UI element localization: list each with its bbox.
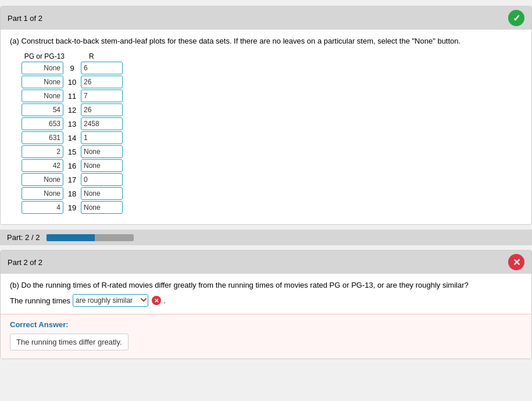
stem-number: 17 [63, 176, 81, 184]
main-container: Part 1 of 2 ✓ (a) Construct back-to-back… [0, 6, 532, 359]
stem-row: 9 [22, 62, 522, 74]
stem-row: 15 [22, 145, 522, 158]
correct-answer-section: Correct Answer: The running times differ… [1, 314, 531, 359]
leaf-input-left[interactable] [22, 103, 63, 116]
part2-bar-label: Part: 2 / 2 [7, 233, 40, 242]
answer-prefix: The running times [10, 296, 70, 305]
stem-row: 13 [22, 117, 522, 130]
part2-progress-fill [47, 234, 95, 241]
stem-row: 12 [22, 103, 522, 116]
leaf-input-right[interactable] [81, 187, 123, 200]
leaf-input-left[interactable] [22, 201, 63, 214]
correct-answer-label: Correct Answer: [10, 320, 522, 329]
leaf-input-right[interactable] [81, 131, 123, 144]
stem-number: 10 [63, 78, 81, 87]
correct-answer-box: The running times differ greatly. [10, 334, 128, 350]
part2-header-label: Part 2 of 2 [8, 258, 42, 267]
leaf-input-right[interactable] [81, 201, 123, 214]
leaf-input-right[interactable] [81, 103, 123, 116]
leaf-input-right[interactable] [81, 62, 123, 74]
stem-row: 17 [22, 173, 522, 186]
leaf-input-right[interactable] [81, 145, 123, 158]
stem-number: 14 [63, 134, 81, 142]
leaf-input-left[interactable] [22, 76, 63, 88]
part1-check-icon: ✓ [508, 10, 524, 26]
leaf-input-right[interactable] [81, 76, 123, 88]
col-header-right: R [85, 52, 132, 60]
stem-row: 10 [22, 76, 522, 88]
stem-row: 16 [22, 159, 522, 172]
answer-x-badge: ✕ [152, 296, 161, 305]
stem-number: 9 [63, 64, 81, 73]
part1-content: (a) Construct back-to-back stem-and-leaf… [1, 30, 531, 224]
stem-leaf-plot: PG or PG-13 R 910111213141516171819 [22, 52, 522, 215]
leaf-input-right[interactable] [81, 117, 123, 130]
stem-number: 19 [63, 203, 81, 212]
leaf-input-left[interactable] [22, 187, 63, 200]
leaf-input-left[interactable] [22, 62, 63, 74]
stem-rows-container: 910111213141516171819 [22, 62, 522, 215]
leaf-input-right[interactable] [81, 159, 123, 172]
leaf-input-left[interactable] [22, 131, 63, 144]
leaf-input-right[interactable] [81, 173, 123, 186]
stem-number: 12 [63, 106, 81, 114]
part2-section: Part 2 of 2 ✕ (b) Do the running times o… [0, 250, 532, 359]
leaf-input-left[interactable] [22, 145, 63, 158]
leaf-input-left[interactable] [22, 173, 63, 186]
part1-section: Part 1 of 2 ✓ (a) Construct back-to-back… [0, 6, 532, 225]
stem-row: 11 [22, 89, 522, 102]
col-header-left: PG or PG-13 [22, 52, 68, 60]
part1-header: Part 1 of 2 ✓ [1, 6, 531, 30]
answer-dropdown-container: are roughly similardiffer greatly [73, 294, 148, 307]
part1-header-label: Part 1 of 2 [8, 14, 42, 23]
leaf-input-left[interactable] [22, 89, 63, 102]
stem-number: 11 [63, 92, 81, 101]
stem-number: 18 [63, 189, 81, 198]
leaf-input-left[interactable] [22, 159, 63, 172]
leaf-input-left[interactable] [22, 117, 63, 130]
stem-row: 18 [22, 187, 522, 200]
part2-x-icon: ✕ [508, 254, 524, 270]
part2-content: (b) Do the running times of R-rated movi… [1, 274, 531, 314]
stem-number: 15 [63, 148, 81, 156]
column-headers: PG or PG-13 R [22, 52, 522, 60]
stem-number: 13 [63, 120, 81, 128]
leaf-input-right[interactable] [81, 89, 123, 102]
stem-row: 19 [22, 201, 522, 214]
part2-header: Part 2 of 2 ✕ [1, 250, 531, 274]
answer-suffix: . [163, 296, 166, 305]
part2-progress-bar [47, 234, 134, 241]
stem-number: 16 [63, 162, 81, 170]
part2-progress-header: Part: 2 / 2 [0, 230, 532, 245]
answer-select[interactable]: are roughly similardiffer greatly [73, 294, 148, 307]
stem-row: 14 [22, 131, 522, 144]
part2-question: (b) Do the running times of R-rated movi… [10, 281, 522, 289]
part1-question: (a) Construct back-to-back stem-and-leaf… [10, 37, 522, 45]
answer-row: The running times are roughly similardif… [10, 294, 522, 307]
